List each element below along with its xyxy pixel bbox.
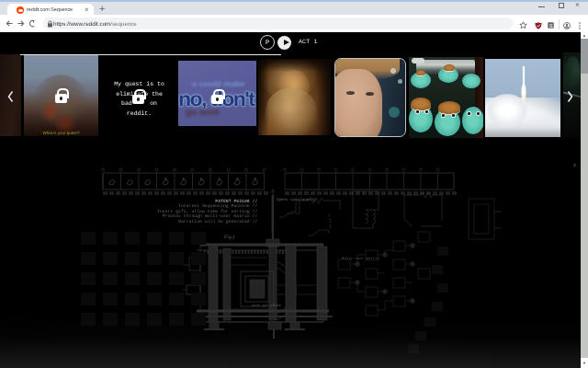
svg-text:S: S [548,24,552,29]
